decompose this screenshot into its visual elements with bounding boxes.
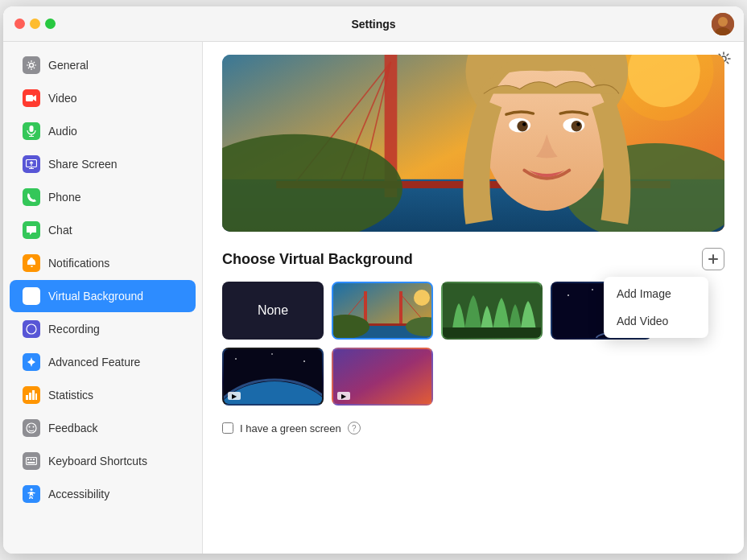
svg-rect-22 — [27, 458, 37, 465]
window-title: Settings — [351, 18, 395, 31]
sidebar-item-keyboard[interactable]: Keyboard Shortcuts — [10, 445, 196, 477]
sidebar-item-advanced[interactable]: Advanced Feature — [10, 346, 196, 378]
thumbnail-earth[interactable]: ▶ — [222, 348, 324, 406]
svg-point-19 — [27, 423, 36, 433]
feedback-icon — [23, 419, 40, 437]
sidebar-item-general[interactable]: General — [10, 49, 196, 81]
video-icon — [23, 89, 40, 107]
share-screen-label: Share Screen — [48, 158, 118, 171]
maximize-button[interactable] — [45, 19, 56, 29]
add-background-button[interactable] — [702, 248, 724, 270]
svg-point-21 — [33, 426, 35, 428]
none-label: None — [258, 303, 288, 318]
svg-point-1 — [718, 17, 728, 27]
notifications-label: Notifications — [48, 257, 109, 270]
traffic-lights — [3, 19, 56, 29]
thumbnail-bridge[interactable] — [332, 282, 433, 340]
svg-rect-5 — [30, 126, 34, 132]
general-icon — [23, 56, 40, 74]
svg-point-77 — [271, 353, 273, 355]
chat-icon — [23, 221, 40, 239]
share-screen-icon — [23, 155, 40, 173]
sidebar-item-statistics[interactable]: Statistics — [10, 379, 196, 411]
svg-point-20 — [29, 426, 31, 428]
sidebar-item-video[interactable]: Video — [10, 82, 196, 114]
earth-video-icon: ▶ — [228, 392, 241, 400]
titlebar: Settings — [3, 6, 744, 42]
svg-point-27 — [31, 488, 33, 491]
phone-icon — [23, 188, 40, 206]
add-video-option[interactable]: Add Video — [604, 307, 708, 335]
audio-icon — [23, 122, 40, 140]
main-layout: General Video — [3, 42, 744, 554]
svg-point-48 — [517, 121, 527, 131]
recording-label: Recording — [48, 323, 100, 336]
help-icon[interactable]: ? — [348, 422, 361, 434]
phone-label: Phone — [48, 191, 80, 204]
svg-rect-26 — [27, 462, 35, 463]
svg-rect-23 — [27, 459, 29, 460]
audio-label: Audio — [48, 125, 77, 138]
svg-point-14 — [29, 327, 34, 331]
add-dropdown-menu: Add Image Add Video — [604, 277, 708, 338]
svg-rect-18 — [35, 393, 37, 400]
sidebar-item-virtual-background[interactable]: Virtual Background — [10, 280, 196, 312]
thumbnail-nature[interactable] — [441, 282, 543, 340]
sidebar: General Video — [3, 42, 203, 554]
sidebar-item-chat[interactable]: Chat — [10, 214, 196, 246]
accessibility-label: Accessibility — [48, 488, 109, 500]
svg-rect-15 — [26, 395, 28, 400]
keyboard-icon — [23, 452, 40, 470]
vbg-header: Choose Virtual Background Add Image Add … — [222, 248, 724, 270]
accessibility-icon — [23, 485, 40, 503]
recording-icon — [23, 320, 40, 338]
green-screen-label[interactable]: I have a green screen — [240, 422, 341, 434]
sidebar-item-notifications[interactable]: Notifications — [10, 247, 196, 279]
svg-rect-24 — [31, 459, 32, 460]
svg-point-76 — [235, 358, 237, 360]
chat-label: Chat — [48, 224, 72, 237]
sidebar-item-recording[interactable]: Recording — [10, 313, 196, 345]
sidebar-item-share-screen[interactable]: Share Screen — [10, 148, 196, 180]
advanced-icon — [23, 353, 40, 371]
close-button[interactable] — [14, 19, 25, 29]
svg-rect-65 — [443, 327, 543, 340]
svg-point-67 — [567, 294, 569, 296]
virtual-background-icon — [23, 287, 40, 305]
svg-point-3 — [30, 64, 34, 68]
svg-point-68 — [592, 289, 593, 290]
thumbnail-none[interactable]: None — [222, 282, 324, 340]
gradient-video-icon: ▶ — [337, 392, 350, 400]
sidebar-item-accessibility[interactable]: Accessibility — [10, 478, 196, 510]
vbg-title: Choose Virtual Background — [222, 251, 413, 268]
general-label: General — [48, 59, 89, 72]
sidebar-item-phone[interactable]: Phone — [10, 181, 196, 213]
advanced-label: Advanced Feature — [48, 356, 140, 369]
content-area: Choose Virtual Background Add Image Add … — [203, 42, 744, 554]
svg-point-49 — [572, 121, 582, 131]
svg-point-78 — [303, 360, 305, 362]
statistics-label: Statistics — [48, 389, 93, 401]
thumbnail-gradient[interactable]: ▶ — [332, 348, 433, 406]
virtual-background-label: Virtual Background — [48, 290, 143, 303]
add-image-option[interactable]: Add Image — [604, 280, 708, 307]
svg-point-51 — [576, 122, 580, 126]
sidebar-item-feedback[interactable]: Feedback — [10, 412, 196, 444]
keyboard-label: Keyboard Shortcuts — [48, 455, 147, 467]
green-screen-checkbox[interactable] — [222, 422, 233, 434]
svg-rect-11 — [26, 291, 37, 301]
sidebar-item-audio[interactable]: Audio — [10, 115, 196, 147]
preview-container — [222, 55, 724, 232]
minimize-button[interactable] — [30, 19, 40, 29]
svg-rect-16 — [29, 393, 31, 400]
video-label: Video — [48, 92, 77, 105]
feedback-label: Feedback — [48, 422, 97, 434]
svg-rect-17 — [32, 390, 35, 400]
svg-point-50 — [522, 122, 526, 126]
notifications-icon — [23, 254, 40, 272]
svg-point-55 — [414, 290, 430, 306]
settings-window: Settings General — [3, 6, 744, 554]
avatar — [712, 13, 734, 35]
green-screen-row: I have a green screen ? — [222, 422, 724, 434]
statistics-icon — [23, 386, 40, 404]
